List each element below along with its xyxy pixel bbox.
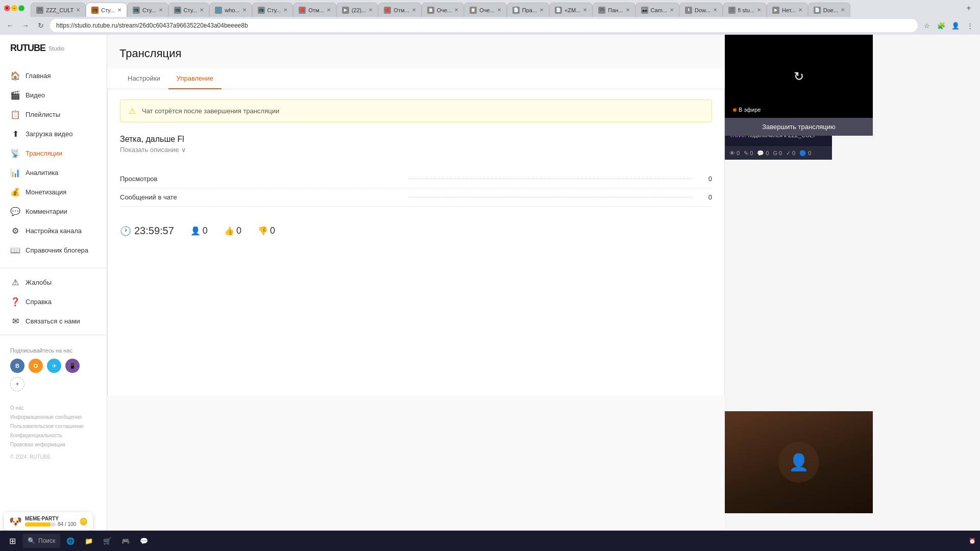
browser-tab-2[interactable]: 📺Сту...✕ bbox=[86, 3, 127, 17]
sidebar-item-faq[interactable]: ❓Справка bbox=[0, 292, 107, 311]
tab-close-icon[interactable]: ✕ bbox=[626, 7, 630, 13]
address-input[interactable] bbox=[50, 19, 918, 32]
forward-button[interactable]: → bbox=[19, 19, 32, 32]
main-content: Трансляция НастройкиУправление ⚠ Чат сот… bbox=[107, 35, 725, 534]
home-icon: 🏠 bbox=[10, 70, 20, 81]
browser-tab-7[interactable]: 🔴Отм...✕ bbox=[293, 3, 336, 17]
close-button[interactable]: ✕ bbox=[4, 5, 10, 11]
tab-close-icon[interactable]: ✕ bbox=[76, 7, 80, 13]
footer-link[interactable]: Информационные сообщения bbox=[10, 413, 96, 422]
browser-tab-6[interactable]: 📺Сту...✕ bbox=[252, 3, 293, 17]
sidebar-item-label: Связаться с нами bbox=[26, 317, 80, 325]
logo: RUTUBE Studio bbox=[0, 35, 107, 62]
taskbar-app-files[interactable]: 📁 bbox=[81, 533, 97, 549]
nav-section: 🏠Главная🎬Видео📋Плейлисты⬆Загрузка видео📡… bbox=[0, 62, 107, 264]
start-button[interactable]: ⊞ bbox=[4, 533, 20, 549]
profile-button[interactable]: 👤 bbox=[949, 19, 962, 32]
tab-favicon: 🎮 bbox=[598, 7, 605, 14]
tab-close-icon[interactable]: ✕ bbox=[497, 7, 501, 13]
sidebar-item-comments[interactable]: 💬Комментарии bbox=[0, 202, 107, 221]
browser-tab-15[interactable]: 📷Cam...✕ bbox=[635, 3, 679, 17]
browser-tab-13[interactable]: 📄«ZМ...✕ bbox=[549, 3, 593, 17]
tab-close-icon[interactable]: ✕ bbox=[242, 7, 247, 13]
viber-icon[interactable]: 📱 bbox=[65, 359, 80, 373]
footer-link[interactable]: Конфиденциальность bbox=[10, 431, 96, 440]
logo-image: RUTUBE Studio bbox=[10, 43, 64, 54]
sidebar-item-label: Справка bbox=[26, 298, 52, 306]
taskbar-app-browser[interactable]: 🌐 bbox=[62, 533, 79, 549]
menu-button[interactable]: ⋮ bbox=[964, 19, 976, 32]
video-container: ↻ В эфире bbox=[725, 35, 873, 118]
footer-link[interactable]: О нас bbox=[10, 404, 96, 413]
monetization-icon: 💰 bbox=[10, 187, 20, 197]
browser-tab-3[interactable]: 📺Сту...✕ bbox=[127, 3, 168, 17]
browser-tab-8[interactable]: ▶(22)...✕ bbox=[336, 3, 379, 17]
minimize-button[interactable]: − bbox=[11, 5, 17, 11]
new-tab-button[interactable]: + bbox=[962, 1, 976, 15]
tab-close-icon[interactable]: ✕ bbox=[757, 7, 761, 13]
refresh-button[interactable]: ↻ bbox=[35, 19, 47, 32]
tab-close-icon[interactable]: ✕ bbox=[200, 7, 204, 13]
sidebar-item-streams[interactable]: 📡Трансляции bbox=[0, 143, 107, 163]
sidebar-item-monetization[interactable]: 💰Монетизация bbox=[0, 182, 107, 202]
sidebar-item-settings[interactable]: ⚙Настройка канала bbox=[0, 221, 107, 240]
nav-divider-2 bbox=[0, 335, 107, 335]
tab-close-icon[interactable]: ✕ bbox=[670, 7, 674, 13]
tab-close-icon[interactable]: ✕ bbox=[369, 7, 373, 13]
extensions-button[interactable]: 🧩 bbox=[935, 19, 947, 32]
taskbar-search[interactable]: 🔍 Поиск bbox=[22, 534, 60, 548]
browser-tab-19[interactable]: 📄Dое...✕ bbox=[808, 3, 850, 17]
vk-icon[interactable]: В bbox=[10, 359, 24, 373]
browser-tab-16[interactable]: ⬇Dow...✕ bbox=[679, 3, 723, 17]
tab-close-icon[interactable]: ✕ bbox=[798, 7, 802, 13]
tab-close-icon[interactable]: ✕ bbox=[713, 7, 717, 13]
sidebar-item-analytics[interactable]: 📊Аналитика bbox=[0, 163, 107, 182]
taskbar-app-chat[interactable]: 💬 bbox=[136, 533, 152, 549]
tab-close-icon[interactable]: ✕ bbox=[412, 7, 416, 13]
sidebar-item-contact[interactable]: ✉Связаться с нами bbox=[0, 311, 107, 331]
browser-tab-18[interactable]: ▶Нет...✕ bbox=[767, 3, 808, 17]
tab-favicon: 📄 bbox=[555, 7, 562, 14]
sidebar-item-video[interactable]: 🎬Видео bbox=[0, 85, 107, 105]
browser-tab-4[interactable]: 📺Сту...✕ bbox=[168, 3, 210, 17]
tab-close-icon[interactable]: ✕ bbox=[283, 7, 287, 13]
tab-close-icon[interactable]: ✕ bbox=[117, 7, 121, 13]
footer-link[interactable]: Правовая информация bbox=[10, 440, 96, 449]
browser-tab-17[interactable]: 🎵fl stu...✕ bbox=[723, 3, 767, 17]
chat-stat-icon: G bbox=[773, 150, 777, 156]
browser-tab-5[interactable]: 🌐who...✕ bbox=[209, 3, 252, 17]
browser-tab-1[interactable]: 🎮ZZZ_CULT✕ bbox=[31, 3, 86, 17]
browser-tab-14[interactable]: 🎮Пан...✕ bbox=[593, 3, 635, 17]
timer-icon: 🕐 bbox=[120, 226, 131, 237]
telegram-icon[interactable]: ✈ bbox=[47, 359, 61, 373]
bookmark-button[interactable]: ☆ bbox=[921, 19, 933, 32]
tab-close-icon[interactable]: ✕ bbox=[327, 7, 331, 13]
browser-tab-11[interactable]: 📋Оче...✕ bbox=[464, 3, 507, 17]
search-icon: 🔍 bbox=[28, 537, 35, 544]
sidebar-item-help[interactable]: 📖Справочник блогера bbox=[0, 240, 107, 260]
sidebar-item-complaints[interactable]: ⚠Жалобы bbox=[0, 272, 107, 292]
browser-tab-9[interactable]: 🔴Отм...✕ bbox=[378, 3, 421, 17]
sidebar-item-playlists[interactable]: 📋Плейлисты bbox=[0, 105, 107, 124]
sidebar-item-upload[interactable]: ⬆Загрузка видео bbox=[0, 124, 107, 143]
browser-tab-12[interactable]: 📄Пра...✕ bbox=[507, 3, 549, 17]
tab-close-icon[interactable]: ✕ bbox=[454, 7, 458, 13]
tab-close-icon[interactable]: ✕ bbox=[583, 7, 587, 13]
tab-close-icon[interactable]: ✕ bbox=[841, 7, 845, 13]
tab-close-icon[interactable]: ✕ bbox=[159, 7, 163, 13]
tab-close-icon[interactable]: ✕ bbox=[540, 7, 544, 13]
taskbar-app-steam[interactable]: 🎮 bbox=[117, 533, 134, 549]
tab-management[interactable]: Управление bbox=[168, 68, 222, 89]
taskbar-app-store[interactable]: 🛒 bbox=[99, 533, 115, 549]
tab-settings[interactable]: Настройки bbox=[119, 68, 168, 89]
show-description-button[interactable]: Показать описание ∨ bbox=[120, 146, 712, 154]
add-social-icon[interactable]: + bbox=[10, 377, 24, 391]
footer-link[interactable]: Пользовательское соглашение bbox=[10, 422, 96, 431]
maximize-button[interactable]: □ bbox=[18, 5, 24, 11]
footer-links: О насИнформационные сообщенияПользовател… bbox=[0, 395, 107, 470]
ok-icon[interactable]: О bbox=[29, 359, 43, 373]
sidebar-item-home[interactable]: 🏠Главная bbox=[0, 66, 107, 85]
back-button[interactable]: ← bbox=[4, 19, 16, 32]
browser-tab-10[interactable]: 📋Оче...✕ bbox=[422, 3, 464, 17]
end-stream-button[interactable]: Завершить трансляцию bbox=[725, 118, 873, 136]
